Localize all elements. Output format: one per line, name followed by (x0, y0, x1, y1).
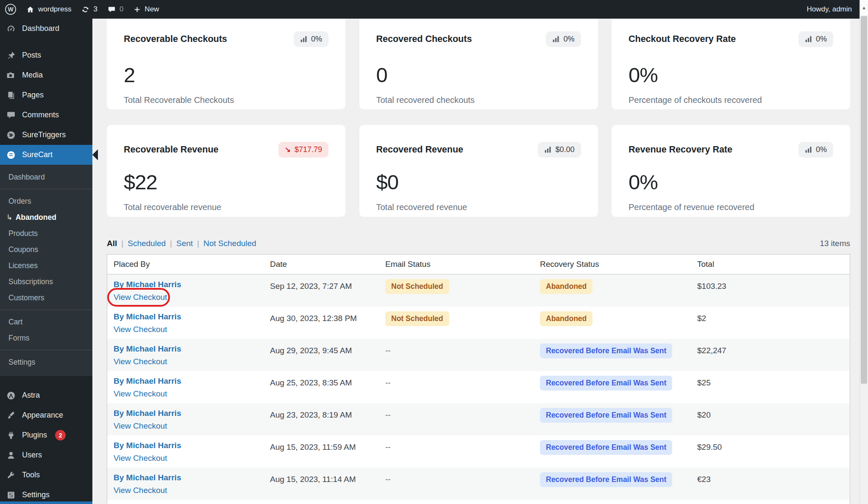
placed-by-link[interactable]: By Michael Harris (114, 409, 181, 418)
submenu-item-subscriptions[interactable]: Subscriptions (0, 274, 92, 290)
sidebar-item-astra[interactable]: Astra (0, 385, 92, 405)
placed-by-cell: By Michael HarrisView Checkout (107, 274, 264, 307)
card-head: Recovered Revenue$0.00 (376, 142, 581, 158)
submenu-item-licenses[interactable]: Licenses (0, 258, 92, 274)
email-status-cell: -- (379, 468, 534, 500)
arrow-down-right-icon: ↘ (285, 145, 291, 154)
sidebar-item-label: Plugins (22, 431, 47, 440)
updates-count: 3 (93, 5, 97, 14)
submenu-item-dashboard[interactable]: Dashboard (0, 169, 92, 185)
column-header-total: Total (691, 260, 850, 269)
menu-separator (0, 376, 92, 385)
sidebar-item-tools[interactable]: Tools (0, 465, 92, 485)
submenu-item-label: Customers (8, 294, 45, 302)
sidebar-item-comments[interactable]: Comments (0, 105, 92, 125)
scrollbar-up-arrow[interactable]: ▲ (860, 0, 868, 15)
sidebar-item-pages[interactable]: Pages (0, 85, 92, 105)
sidebar-item-users[interactable]: Users (0, 445, 92, 465)
filter-scheduled[interactable]: Scheduled (128, 239, 166, 248)
placed-by-link[interactable]: By Michael Harris (114, 441, 181, 450)
submenu-item-label: Settings (8, 358, 35, 367)
submenu-item-orders[interactable]: Orders (0, 193, 92, 209)
sidebar-item-suretriggers[interactable]: SureTriggers (0, 125, 92, 145)
scrollbar-thumb[interactable] (861, 16, 867, 384)
pin-icon (6, 51, 17, 60)
card-trend-value: 0% (816, 145, 827, 154)
sidebar-item-surecart[interactable]: SureCart (0, 145, 92, 165)
recovery-status-cell: Recovered Before Email Was Sent (534, 371, 691, 403)
view-checkout-link[interactable]: View Checkout (114, 486, 167, 495)
site-name-menu[interactable]: wordpress (21, 0, 76, 19)
submenu-divider (0, 350, 92, 350)
admin-bar: W wordpress 3 0 New Howdy, admin (0, 0, 860, 19)
wp-logo-menu[interactable]: W (0, 0, 21, 19)
email-status-cell: -- (379, 403, 534, 435)
email-status-empty: -- (385, 378, 391, 387)
placed-by-link[interactable]: By Michael Harris (114, 280, 181, 289)
view-checkout-link[interactable]: View Checkout (114, 357, 167, 366)
sidebar-menu-top: DashboardPostsMediaPagesCommentsSureTrig… (0, 19, 92, 165)
submenu-divider (0, 189, 92, 189)
howdy-account-menu[interactable]: Howdy, admin (807, 5, 860, 14)
comments-menu[interactable]: 0 (103, 0, 128, 19)
submenu-item-products[interactable]: Products (0, 225, 92, 241)
submenu-item-settings[interactable]: Settings (0, 354, 92, 370)
sidebar-item-appearance[interactable]: Appearance (0, 405, 92, 425)
bar-chart-icon (552, 36, 559, 43)
stats-cards-row-2: Recoverable Revenue↘$717.79$22Total reco… (107, 125, 850, 217)
submenu-item-abandoned[interactable]: ↳Abandoned (0, 209, 92, 225)
filter-not-scheduled[interactable]: Not Scheduled (203, 239, 256, 248)
filter-sent[interactable]: Sent (176, 239, 193, 248)
order-total: €23 (691, 468, 850, 500)
placed-by-link[interactable]: By Michael Harris (114, 312, 181, 321)
submenu-item-cart[interactable]: Cart (0, 314, 92, 330)
card-trend-value: $717.79 (295, 145, 322, 154)
recovery-status-badge: Abandoned (540, 311, 593, 326)
card-trend-badge: $0.00 (538, 142, 581, 158)
email-status-cell: -- (379, 339, 534, 371)
card-head: Recovered Checkouts0% (376, 31, 581, 47)
recovery-status-badge: Recovered Before Email Was Sent (540, 440, 672, 455)
placed-by-cell: By Michael HarrisView Checkout (107, 435, 264, 468)
recovery-status-cell: Recovered Before Email Was Sent (534, 468, 691, 500)
placed-by-link[interactable]: By Michael Harris (114, 473, 181, 482)
email-status-empty: -- (385, 410, 391, 419)
placed-by-cell: By Michael HarrisView Checkout (107, 371, 264, 403)
submenu-item-label: Licenses (8, 261, 38, 270)
card-head: Checkout Recovery Rate0% (629, 31, 833, 47)
recovery-status-cell: Recovered Before Email Was Sent (534, 403, 691, 435)
checkout-date: Aug 25, 2023, 8:35 AM (264, 371, 379, 403)
table-row: By Michael HarrisView CheckoutAug 15, 20… (107, 435, 850, 468)
placed-by-link[interactable]: By Michael Harris (114, 377, 181, 385)
admin-bar-left: W wordpress 3 0 New (0, 0, 164, 19)
table-row: By Michael HarrisView CheckoutSep 12, 20… (107, 274, 850, 307)
card-subtitle: Total recoverable revenue (124, 202, 328, 212)
submenu-item-label: Orders (8, 197, 31, 206)
sidebar-item-plugins[interactable]: Plugins2 (0, 425, 92, 445)
sidebar-item-media[interactable]: Media (0, 65, 92, 85)
view-checkout-link[interactable]: View Checkout (114, 421, 167, 431)
page-scrollbar[interactable]: ▲ (860, 0, 868, 504)
table-row: By Michael HarrisView CheckoutAug 25, 20… (107, 371, 850, 403)
sidebar-item-dashboard[interactable]: Dashboard (0, 19, 92, 39)
submenu-item-customers[interactable]: Customers (0, 290, 92, 306)
new-content-menu[interactable]: New (128, 0, 164, 19)
card-title: Revenue Recovery Rate (629, 144, 732, 155)
submenu-item-coupons[interactable]: Coupons (0, 241, 92, 258)
view-checkout-link[interactable]: View Checkout (114, 454, 167, 463)
updates-icon (81, 6, 89, 14)
checkout-date: Sep 12, 2023, 7:27 AM (264, 274, 379, 307)
table-row: By Michael HarrisView CheckoutAug 23, 20… (107, 403, 850, 435)
sidebar-item-posts[interactable]: Posts (0, 45, 92, 65)
submenu-item-forms[interactable]: Forms (0, 330, 92, 346)
updates-menu[interactable]: 3 (76, 0, 102, 19)
sidebar-item-label: Tools (22, 471, 40, 479)
surecart-icon (6, 150, 17, 160)
sidebar-item-label: Posts (22, 51, 41, 60)
view-checkout-link[interactable]: View Checkout (114, 293, 167, 302)
placed-by-link[interactable]: By Michael Harris (114, 344, 181, 353)
view-checkout-link[interactable]: View Checkout (114, 325, 167, 334)
view-checkout-link[interactable]: View Checkout (114, 389, 167, 399)
filter-all[interactable]: All (107, 239, 117, 248)
checkout-date: Aug 29, 2023, 9:45 AM (264, 339, 379, 371)
